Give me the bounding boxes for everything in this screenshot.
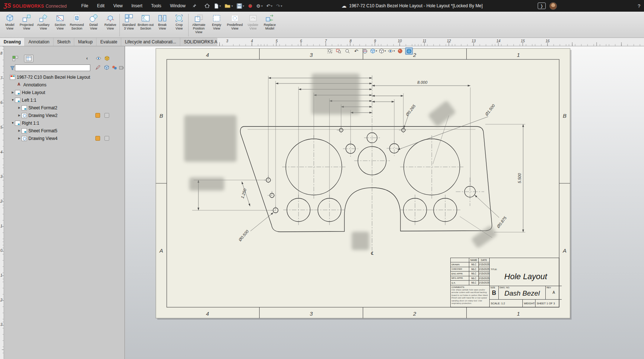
sketch-visibility-icon[interactable] xyxy=(95,64,101,71)
camera-icon[interactable] xyxy=(118,64,125,71)
save-button[interactable] xyxy=(236,3,245,9)
menu-window[interactable]: Window xyxy=(166,1,190,11)
projected-view-button[interactable]: ProjectedView xyxy=(18,13,35,31)
sheet-icon xyxy=(15,121,20,126)
display-manager-tab[interactable] xyxy=(24,55,33,62)
appearance-cube-icon[interactable] xyxy=(104,55,110,62)
menu-edit[interactable]: Edit xyxy=(93,1,109,11)
home-button[interactable] xyxy=(203,2,211,9)
feature-tree-filter-input[interactable] xyxy=(15,65,90,71)
pin-menu-icon[interactable] xyxy=(191,3,198,9)
removed-section-button[interactable]: RemovedSection xyxy=(68,13,85,31)
open-document-button[interactable] xyxy=(224,3,234,9)
collapse-panel-chevron[interactable]: ‹ xyxy=(86,56,88,61)
title-label: TITLE: xyxy=(491,268,497,270)
material-spheres-icon[interactable] xyxy=(111,64,118,71)
tree-item-sheet-format5[interactable]: Sheet Format5 xyxy=(4,127,125,134)
options-gear-button[interactable]: ⚙ xyxy=(255,3,264,9)
new-document-button[interactable] xyxy=(213,3,222,9)
dim-8000: 8.000 xyxy=(417,80,427,85)
view-orientation-button[interactable] xyxy=(370,47,378,55)
3dexperience-status-icon[interactable] xyxy=(247,3,254,9)
user-avatar[interactable] xyxy=(549,2,557,10)
tab-lifecycle-collaboration[interactable]: Lifecycle and Collaborati... xyxy=(121,38,180,46)
model-view-button[interactable]: ModelView xyxy=(1,13,18,31)
centerline-symbol: ℄ xyxy=(371,251,374,256)
panel-expand-icon[interactable]: ❭ xyxy=(538,3,546,9)
hide-show-items-button[interactable] xyxy=(387,47,395,55)
edit-appearance-button[interactable] xyxy=(396,47,404,55)
tab-annotation[interactable]: Annotation xyxy=(25,38,53,46)
tree-item-drawing-view2[interactable]: Drawing View2 xyxy=(4,112,125,119)
empty-view-button[interactable]: EmptyView xyxy=(208,13,225,31)
logo-text: SOLIDWORKS xyxy=(12,4,44,9)
view-cube-icon[interactable] xyxy=(103,64,110,71)
previous-view-button[interactable]: ↶ xyxy=(352,47,360,55)
tree-item-annotations[interactable]: Annotations xyxy=(4,81,125,89)
rev-value: A xyxy=(546,290,562,294)
tree-item-hole-layout[interactable]: Hole Layout xyxy=(4,89,125,96)
drawing-canvas[interactable]: 4 3 2 1 4 3 2 1 B A B A xyxy=(125,46,644,359)
ruler-number: 3 xyxy=(0,175,3,179)
graphics-area[interactable]: 4 3 2 1 4 3 2 1 B A B A xyxy=(125,46,644,359)
zoom-to-area-button[interactable] xyxy=(335,47,343,55)
collapse-arrow-icon[interactable] xyxy=(11,121,15,125)
tree-item-root[interactable]: 1967-72 C10 Dash Bezel Hole Layout xyxy=(4,73,125,81)
help-button[interactable]: ? xyxy=(638,3,640,9)
ruler-number: 1 xyxy=(0,273,3,277)
undo-button[interactable]: ↶ xyxy=(265,3,273,9)
ruler-number: 16 xyxy=(545,39,549,43)
menu-view[interactable]: View xyxy=(109,1,127,11)
expand-arrow-icon[interactable] xyxy=(17,114,21,117)
ruler-number: 8 xyxy=(0,51,3,55)
menu-file[interactable]: File xyxy=(77,1,92,11)
view-status-badge-icon xyxy=(95,136,100,141)
standard-3-view-button[interactable]: Standard3 View xyxy=(120,13,137,31)
update-view-button: UpdateView xyxy=(245,13,261,31)
headsup-view-toolbar: ↶ xyxy=(326,47,413,55)
expand-arrow-icon[interactable] xyxy=(17,129,21,132)
relative-view-button[interactable]: RelativeView xyxy=(102,13,119,31)
predefined-view-button[interactable]: PredefinedView xyxy=(225,13,245,31)
zoom-button[interactable] xyxy=(344,47,351,55)
replace-model-button[interactable]: ReplaceModel xyxy=(261,13,278,31)
collapse-arrow-icon[interactable] xyxy=(11,98,15,102)
auxiliary-view-button[interactable]: AuxiliaryView xyxy=(35,13,52,31)
tree-item-label: Hole Layout xyxy=(22,90,45,95)
document-title: 1967-72 C10 Dash Bezel Hole Layout - Hol… xyxy=(349,3,483,8)
detail-view-button[interactable]: DetailView xyxy=(85,13,102,31)
apply-scene-button[interactable] xyxy=(405,47,413,55)
tree-item-drawing-view4[interactable]: Drawing View4 xyxy=(4,134,125,142)
table-row: ENG APPR.MLC2/15/2025 xyxy=(451,272,489,276)
tree-item-label: Right 1:1 xyxy=(22,121,39,126)
sheet-size: B xyxy=(490,290,498,296)
expand-arrow-icon[interactable] xyxy=(11,91,15,94)
tree-item-left-sheet[interactable]: Left 1:1 xyxy=(4,96,125,104)
alternate-position-view-button[interactable]: AlternatePositionView xyxy=(189,13,208,35)
featuremanager-tree-tab[interactable] xyxy=(11,55,20,62)
display-pane-eye-icon[interactable] xyxy=(95,55,102,62)
ruler-number: 7 xyxy=(325,39,327,43)
weight-text: WEIGHT: xyxy=(522,300,536,307)
tree-item-right-sheet[interactable]: Right 1:1 xyxy=(4,119,125,127)
tab-sketch[interactable]: Sketch xyxy=(54,38,75,46)
expand-arrow-icon[interactable] xyxy=(17,137,21,140)
tab-evaluate[interactable]: Evaluate xyxy=(96,38,121,46)
tab-drawing[interactable]: Drawing xyxy=(0,38,25,46)
redo-button[interactable]: ↷ xyxy=(275,3,283,9)
horizontal-ruler: 3 4 5 6 7 8 9 10 11 12 13 14 15 16 xyxy=(217,38,644,46)
tab-markup[interactable]: Markup xyxy=(74,38,96,46)
section-view-button[interactable]: SectionView xyxy=(52,13,68,31)
tree-item-sheet-format2[interactable]: Sheet Format2 xyxy=(4,104,125,112)
section-view-toggle-button[interactable] xyxy=(361,47,369,55)
expand-arrow-icon[interactable] xyxy=(17,106,21,109)
zoom-to-fit-button[interactable] xyxy=(326,47,334,55)
comments-box: COMMENTS: Use sharp carbide hole saws an… xyxy=(451,285,489,307)
crop-view-button[interactable]: CropView xyxy=(171,13,187,31)
menu-tools[interactable]: Tools xyxy=(147,1,166,11)
broken-out-section-button[interactable]: Broken-outSection xyxy=(137,13,154,31)
vertical-ruler: 8 7 6 5 4 3 2 1 0 1 2 3 xyxy=(0,46,4,359)
display-style-button[interactable] xyxy=(379,47,386,55)
break-view-button[interactable]: BreakView xyxy=(154,13,171,31)
menu-insert[interactable]: Insert xyxy=(127,1,147,11)
